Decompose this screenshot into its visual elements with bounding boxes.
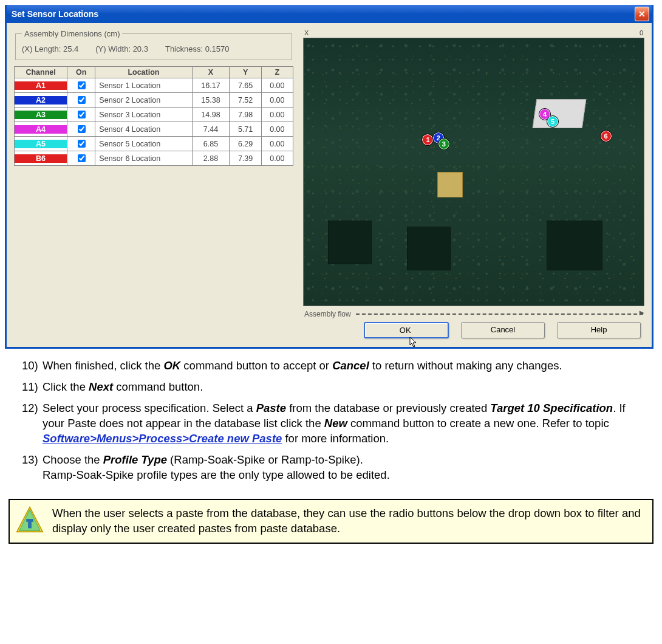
axis-x-left: X: [304, 29, 309, 36]
channel-badge: A4: [15, 125, 67, 134]
y-cell[interactable]: 7.39: [230, 151, 261, 166]
x-cell[interactable]: 7.44: [192, 122, 230, 137]
z-cell[interactable]: 0.00: [261, 122, 293, 137]
pcb-preview[interactable]: Y 123456: [303, 38, 644, 306]
assembly-flow-label: Assembly flow: [304, 310, 351, 318]
help-button[interactable]: Help: [557, 322, 641, 338]
location-cell[interactable]: Sensor 2 Location: [95, 93, 192, 108]
instruction-list: 10)When finished, click the OK command b…: [0, 349, 662, 495]
y-cell[interactable]: 5.71: [230, 122, 261, 137]
channel-badge: A3: [15, 111, 67, 119]
x-cell[interactable]: 16.17: [192, 78, 230, 93]
location-cell[interactable]: Sensor 3 Location: [95, 108, 192, 122]
sensor-marker[interactable]: 3: [438, 138, 450, 150]
z-cell[interactable]: 0.00: [261, 78, 293, 93]
tip-text: When the user selects a paste from the d…: [52, 506, 644, 536]
close-icon: ✕: [638, 9, 646, 19]
on-checkbox[interactable]: [78, 111, 86, 118]
step-text: Click the Next command button.: [43, 380, 203, 395]
x-cell[interactable]: 2.88: [192, 151, 230, 166]
step-number: 11): [22, 380, 43, 395]
svg-rect-3: [26, 519, 33, 522]
window-title: Set Sensor Locations: [12, 9, 98, 19]
y-cell[interactable]: 7.98: [230, 108, 261, 122]
col-location: Location: [95, 67, 192, 78]
axis-x-right: 0: [640, 29, 643, 36]
location-cell[interactable]: Sensor 1 Location: [95, 78, 192, 93]
channel-badge: A2: [15, 96, 67, 104]
titlebar[interactable]: Set Sensor Locations ✕: [7, 5, 652, 23]
on-checkbox[interactable]: [78, 96, 86, 104]
channel-badge: A1: [15, 81, 67, 90]
help-link[interactable]: Software>Menus>Process>Create new Paste: [43, 432, 282, 445]
col-channel: Channel: [15, 67, 67, 78]
ok-button[interactable]: OK: [364, 322, 449, 338]
step-text: Choose the Profile Type (Ramp-Soak-Spike…: [43, 453, 390, 483]
tip-icon: [16, 506, 44, 534]
step-text: When finished, click the OK command butt…: [43, 358, 562, 374]
close-button[interactable]: ✕: [635, 7, 649, 21]
z-cell[interactable]: 0.00: [261, 137, 293, 151]
table-row[interactable]: A5Sensor 5 Location6.856.290.00: [15, 137, 293, 151]
ok-label: OK: [400, 326, 411, 335]
length-value: (X) Length: 25.4: [22, 44, 78, 53]
set-sensor-locations-dialog: Set Sensor Locations ✕ Assembly Dimensio…: [5, 5, 653, 349]
step-text: Select your process specification. Selec…: [43, 401, 644, 447]
dimensions-legend: Assembly Dimensions (cm): [22, 29, 122, 38]
table-row[interactable]: A4Sensor 4 Location7.445.710.00: [15, 122, 293, 137]
y-cell[interactable]: 7.52: [230, 93, 261, 108]
on-checkbox[interactable]: [78, 81, 86, 89]
table-row[interactable]: A3Sensor 3 Location14.987.980.00: [15, 108, 293, 122]
instruction-step: 13)Choose the Profile Type (Ramp-Soak-Sp…: [22, 453, 644, 483]
table-row[interactable]: A1Sensor 1 Location16.177.650.00: [15, 78, 293, 93]
assembly-dimensions-group: Assembly Dimensions (cm) (X) Length: 25.…: [15, 29, 292, 60]
on-checkbox[interactable]: [78, 125, 86, 133]
location-cell[interactable]: Sensor 6 Location: [95, 151, 192, 166]
col-on: On: [67, 67, 95, 78]
channel-badge: A5: [15, 140, 67, 148]
col-x: X: [192, 67, 230, 78]
instruction-step: 10)When finished, click the OK command b…: [22, 358, 644, 374]
sensor-table: Channel On Location X Y Z A1Sensor 1 Loc…: [14, 66, 293, 166]
x-cell[interactable]: 15.38: [192, 93, 230, 108]
x-cell[interactable]: 14.98: [192, 108, 230, 122]
location-cell[interactable]: Sensor 5 Location: [95, 137, 192, 151]
tip-callout: When the user selects a paste from the d…: [9, 499, 653, 544]
instruction-step: 12)Select your process specification. Se…: [22, 401, 644, 447]
step-number: 12): [22, 401, 43, 447]
channel-badge: B6: [15, 154, 67, 163]
table-row[interactable]: B6Sensor 6 Location2.887.390.00: [15, 151, 293, 166]
step-number: 10): [22, 358, 43, 374]
x-cell[interactable]: 6.85: [192, 137, 230, 151]
table-row[interactable]: A2Sensor 2 Location15.387.520.00: [15, 93, 293, 108]
step-number: 13): [22, 453, 43, 483]
col-y: Y: [230, 67, 261, 78]
z-cell[interactable]: 0.00: [261, 151, 293, 166]
y-cell[interactable]: 7.65: [230, 78, 261, 93]
location-cell[interactable]: Sensor 4 Location: [95, 122, 192, 137]
col-z: Z: [261, 67, 293, 78]
thickness-value: Thickness: 0.1570: [165, 44, 230, 53]
on-checkbox[interactable]: [78, 140, 86, 148]
on-checkbox[interactable]: [78, 154, 86, 162]
z-cell[interactable]: 0.00: [261, 93, 293, 108]
y-cell[interactable]: 6.29: [230, 137, 261, 151]
width-value: (Y) Width: 20.3: [95, 44, 148, 53]
z-cell[interactable]: 0.00: [261, 108, 293, 122]
cancel-button[interactable]: Cancel: [461, 322, 545, 338]
instruction-step: 11)Click the Next command button.: [22, 380, 644, 395]
sensor-marker[interactable]: 6: [600, 130, 612, 142]
flow-arrow-icon: [356, 313, 643, 315]
